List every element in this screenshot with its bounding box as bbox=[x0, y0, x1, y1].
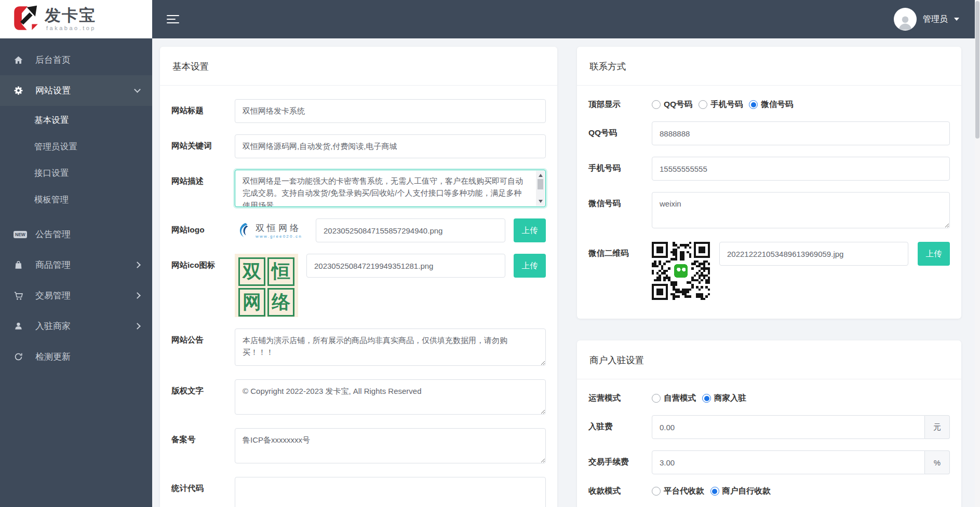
page-scrollbar[interactable] bbox=[975, 0, 980, 507]
scrollbar-thumb[interactable] bbox=[538, 179, 543, 189]
sidebar-item-dashboard[interactable]: 后台首页 bbox=[0, 45, 152, 75]
sidebar-item-label: 交易管理 bbox=[35, 290, 71, 302]
field-label: 版权文字 bbox=[171, 379, 235, 417]
radio-platform-collect[interactable]: 平台代收款 bbox=[652, 486, 704, 497]
right-column: 联系方式 顶部显示 QQ号码 手机号码 微信号码 QQ号码 手机号码 bbox=[577, 47, 961, 507]
radio-display-wechat[interactable]: 微信号码 bbox=[749, 99, 793, 110]
user-menu[interactable]: 管理员 bbox=[894, 8, 959, 31]
site-ico-preview: 双 恒 网 络 bbox=[235, 254, 298, 317]
textarea-scrollbar[interactable] bbox=[536, 171, 545, 206]
sidebar-item-label: 公告管理 bbox=[35, 228, 71, 240]
sidebar-item-notice-manage[interactable]: NEW 公告管理 bbox=[0, 219, 152, 250]
logo-preview-text: 双恒网络 bbox=[256, 222, 302, 234]
ico-char: 络 bbox=[267, 288, 294, 317]
form-row-copyright: 版权文字 © Copyright 2022-2023 发卡宝, All Righ… bbox=[171, 379, 546, 417]
menu-toggle-icon[interactable] bbox=[167, 15, 179, 24]
logo-preview-url: www.gree020.cn bbox=[256, 234, 302, 239]
entry-fee-input[interactable] bbox=[652, 415, 925, 439]
unit-addon: % bbox=[925, 450, 950, 474]
form-row-phone: 手机号码 bbox=[588, 157, 950, 181]
field-label: 微信二维码 bbox=[588, 242, 652, 302]
sidebar-submenu: 基本设置 管理员设置 接口设置 模板管理 bbox=[0, 106, 152, 219]
field-label: 网站logo bbox=[171, 218, 235, 242]
chevron-right-icon bbox=[134, 292, 141, 299]
field-label: 顶部显示 bbox=[588, 99, 652, 110]
form-row-operation-mode: 运营模式 自营模式 商家入驻 bbox=[588, 393, 950, 404]
sidebar-item-admin-settings[interactable]: 管理员设置 bbox=[0, 133, 152, 160]
upload-logo-button[interactable]: 上传 bbox=[514, 218, 546, 242]
site-description-textarea[interactable]: 双恒网络是一套功能强大的卡密寄售系统，无需人工值守，客户在线购买即可自动完成交易… bbox=[235, 170, 546, 207]
upload-ico-button[interactable]: 上传 bbox=[514, 254, 546, 278]
radio-self-mode[interactable]: 自营模式 bbox=[652, 393, 696, 404]
field-label: 备案号 bbox=[171, 428, 235, 465]
sidebar-item-label: 基本设置 bbox=[34, 115, 69, 126]
radio-merchant-collect[interactable]: 商户自行收款 bbox=[710, 486, 771, 497]
chevron-down-icon bbox=[954, 18, 959, 21]
field-label: QQ号码 bbox=[588, 121, 652, 145]
wechat-id-textarea[interactable]: weixin bbox=[652, 192, 950, 228]
field-label: 交易手续费 bbox=[588, 450, 652, 474]
sidebar-item-label: 商品管理 bbox=[35, 259, 71, 271]
fish-logo-icon bbox=[235, 222, 252, 239]
sidebar: 发卡宝 fakabao.top 后台首页 bbox=[0, 0, 152, 507]
sidebar-item-site-settings[interactable]: 网站设置 bbox=[0, 75, 152, 106]
sidebar-item-check-update[interactable]: 检测更新 bbox=[0, 341, 152, 372]
icp-textarea[interactable]: 鲁ICP备xxxxxxxx号 bbox=[235, 428, 546, 463]
wechat-qr-image bbox=[652, 242, 710, 302]
form-row-site-keywords: 网站关键词 bbox=[171, 134, 546, 158]
fee-rate-input[interactable] bbox=[652, 450, 925, 474]
scroll-down-icon[interactable] bbox=[539, 200, 543, 203]
user-icon bbox=[14, 321, 35, 331]
radio-display-phone[interactable]: 手机号码 bbox=[699, 99, 743, 110]
radio-icon bbox=[699, 100, 707, 109]
qq-number-input[interactable] bbox=[652, 121, 950, 145]
radio-merchant-mode[interactable]: 商家入驻 bbox=[702, 393, 746, 404]
form-row-wechat: 微信号码 weixin bbox=[588, 192, 950, 230]
field-label: 手机号码 bbox=[588, 157, 652, 181]
radio-icon bbox=[652, 487, 661, 496]
merchant-settings-panel: 商户入驻设置 运营模式 自营模式 商家入驻 入驻费 元 bbox=[577, 340, 961, 507]
ico-char: 网 bbox=[238, 288, 265, 317]
stats-code-textarea[interactable] bbox=[235, 477, 546, 507]
form-row-qq: QQ号码 bbox=[588, 121, 950, 145]
site-logo-filename-input[interactable] bbox=[316, 218, 505, 242]
panel-title: 联系方式 bbox=[577, 47, 961, 86]
sidebar-item-trade-manage[interactable]: 交易管理 bbox=[0, 280, 152, 311]
sidebar-item-template-manage[interactable]: 模板管理 bbox=[0, 186, 152, 213]
sidebar-item-product-manage[interactable]: 商品管理 bbox=[0, 250, 152, 280]
sidebar-item-basic-settings[interactable]: 基本设置 bbox=[0, 107, 152, 133]
radio-label: 微信号码 bbox=[761, 99, 793, 110]
scroll-up-icon[interactable] bbox=[539, 174, 543, 177]
main-content: 基本设置 网站标题 网站关键词 网站描述 双恒网络是一套功能强大的卡密寄售系统，… bbox=[152, 38, 975, 507]
radio-label: 自营模式 bbox=[664, 393, 696, 404]
form-row-site-description: 网站描述 双恒网络是一套功能强大的卡密寄售系统，无需人工值守，客户在线购买即可自… bbox=[171, 170, 546, 207]
site-ico-filename-input[interactable] bbox=[306, 254, 505, 278]
form-row-stats-code: 统计代码 bbox=[171, 477, 546, 507]
sidebar-item-api-settings[interactable]: 接口设置 bbox=[0, 160, 152, 186]
site-title-input[interactable] bbox=[235, 99, 546, 123]
wechat-qr-filename-input[interactable] bbox=[719, 242, 908, 266]
form-row-collect-mode: 收款模式 平台代收款 商户自行收款 bbox=[588, 486, 950, 497]
panel-title: 商户入驻设置 bbox=[577, 340, 961, 379]
radio-label: QQ号码 bbox=[664, 99, 692, 110]
radio-display-qq[interactable]: QQ号码 bbox=[652, 99, 692, 110]
brand-logo[interactable]: 发卡宝 fakabao.top bbox=[0, 0, 152, 38]
field-label: 入驻费 bbox=[588, 415, 652, 439]
site-logo-preview: 双恒网络 www.gree020.cn bbox=[235, 219, 307, 242]
copyright-textarea[interactable]: © Copyright 2022-2023 发卡宝, All Rights Re… bbox=[235, 379, 546, 415]
ico-char: 恒 bbox=[267, 257, 294, 286]
upload-qr-button[interactable]: 上传 bbox=[918, 242, 950, 266]
cart-icon bbox=[14, 291, 35, 301]
refresh-icon bbox=[14, 352, 35, 362]
radio-label: 商户自行收款 bbox=[722, 486, 771, 497]
form-row-icp: 备案号 鲁ICP备xxxxxxxx号 bbox=[171, 428, 546, 465]
sidebar-item-merchant[interactable]: 入驻商家 bbox=[0, 311, 152, 341]
page-scrollbar-thumb[interactable] bbox=[975, 1, 979, 139]
home-icon bbox=[14, 55, 35, 65]
panel-title: 基本设置 bbox=[160, 47, 557, 86]
radio-selected-icon bbox=[710, 487, 719, 496]
field-label: 微信号码 bbox=[588, 192, 652, 230]
site-keywords-input[interactable] bbox=[235, 134, 546, 158]
phone-number-input[interactable] bbox=[652, 157, 950, 181]
site-notice-textarea[interactable]: 本店铺为演示店铺，所有展示的商品均非真实商品，仅供填充数据用，请勿购买！！！ bbox=[235, 328, 546, 366]
